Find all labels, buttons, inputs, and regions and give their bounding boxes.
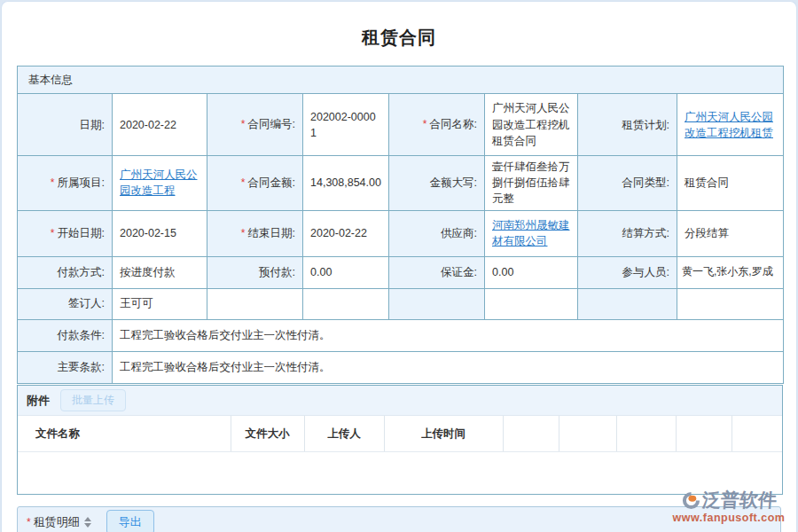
field-value-contract-no: 202002-00001 (303, 94, 389, 156)
attachments-header-row: 文件名称 文件大小 上传人 上传时间 (18, 416, 782, 452)
field-value-advance-payment: 0.00 (303, 256, 389, 288)
field-label-settlement: 结算方式: (578, 210, 677, 256)
column-header-empty (559, 416, 616, 452)
field-label-signer: 签订人: (18, 288, 113, 319)
empty-cell (389, 288, 485, 319)
required-asterisk: * (241, 118, 246, 130)
table-row: 日期: 2020-02-22 *合同编号: 202002-00001 *合同名称… (18, 94, 784, 156)
field-value-date: 2020-02-22 (113, 94, 207, 156)
field-label-lease-plan: 租赁计划: (578, 94, 677, 156)
field-label-payment-terms: 付款条件: (18, 319, 113, 351)
table-row: 付款方式: 按进度付款 预付款: 0.00 保证金: 0.00 参与人员: 黄一… (18, 256, 784, 288)
field-value-deposit: 0.00 (485, 256, 578, 288)
table-row: *所属项目: 广州天河人民公园改造工程 *合同金额: 14,308,854.00… (18, 156, 784, 210)
basic-info-table: 基本信息 日期: 2020-02-22 *合同编号: 202002-00001 … (17, 66, 784, 384)
field-label-supplier: 供应商: (389, 210, 485, 256)
field-value-supplier: 河南郑州晟敏建材有限公司 (485, 210, 578, 256)
export-button[interactable]: 导出 (106, 510, 154, 532)
table-row: 签订人: 王可可 (18, 288, 784, 319)
field-label-deposit: 保证金: (389, 256, 485, 288)
field-label-contract-name: *合同名称: (389, 94, 485, 156)
watermark: 泛普软件 www.fanpusoft.com (666, 488, 792, 524)
field-value-main-clauses: 工程完工验收合格后交付业主一次性付清。 (113, 351, 784, 383)
field-value-settlement: 分段结算 (677, 210, 784, 256)
column-header-uploader: 上传人 (304, 416, 384, 452)
table-row: 主要条款: 工程完工验收合格后交付业主一次性付清。 (18, 351, 784, 383)
field-value-payment-method: 按进度付款 (113, 256, 207, 288)
required-asterisk: * (241, 227, 246, 239)
attachments-section: 附件 批量上传 文件名称 文件大小 上传人 上传时间 (17, 385, 783, 495)
field-label-project: *所属项目: (18, 156, 113, 210)
column-header-empty (503, 416, 559, 452)
field-label-contract-no: *合同编号: (207, 94, 303, 156)
field-value-contract-amount: 14,308,854.00 (303, 156, 389, 210)
column-header-file-size: 文件大小 (231, 416, 304, 452)
watermark-url: www.fanpusoft.com (666, 512, 792, 524)
field-value-contract-type: 租赁合同 (677, 156, 784, 210)
page-title: 租赁合同 (2, 26, 796, 50)
empty-cell (303, 288, 389, 319)
attachments-header: 附件 批量上传 (18, 386, 782, 416)
empty-cell (677, 288, 784, 319)
field-value-signer: 王可可 (113, 288, 207, 319)
attachments-table: 文件名称 文件大小 上传人 上传时间 (18, 416, 782, 452)
field-label-end-date: *结束日期: (207, 210, 303, 256)
field-value-project: 广州天河人民公园改造工程 (113, 156, 207, 210)
column-header-empty (732, 416, 782, 452)
lease-detail-label: 租赁明细 (34, 514, 80, 530)
column-header-empty (616, 416, 676, 452)
column-header-upload-time: 上传时间 (384, 416, 503, 452)
field-value-lease-plan: 广州天河人民公园改造工程挖机租赁 (677, 94, 784, 156)
required-asterisk: * (51, 176, 55, 189)
field-value-contract-name: 广州天河人民公园改造工程挖机租赁合同 (485, 94, 578, 156)
field-value-participants: 黄一飞,张小东,罗成 (677, 256, 784, 288)
empty-cell (485, 288, 578, 319)
field-value-start-date: 2020-02-15 (113, 210, 207, 256)
watermark-brand: 泛普软件 (701, 488, 778, 512)
field-value-payment-terms: 工程完工验收合格后交付业主一次性付清。 (113, 319, 784, 351)
column-header-empty (676, 416, 732, 452)
empty-cell (207, 288, 303, 319)
required-asterisk: * (423, 118, 427, 130)
section-title-basic-info: 基本信息 (18, 66, 784, 94)
fanpu-logo-icon (681, 490, 701, 511)
field-label-participants: 参与人员: (578, 256, 677, 288)
project-link[interactable]: 广州天河人民公园改造工程 (120, 168, 198, 197)
field-label-contract-amount: *合同金额: (207, 156, 303, 210)
table-row: *开始日期: 2020-02-15 *结束日期: 2020-02-22 供应商:… (18, 210, 784, 256)
page-card: 租赁合同 基本信息 日期: 2020-02-22 *合同编号: 202002-0… (1, 1, 797, 532)
field-label-amount-in-words: 金额大写: (389, 156, 485, 210)
sort-icon[interactable] (84, 517, 91, 528)
field-value-amount-in-words: 壹仟肆佰叁拾万捌仟捌佰伍拾肆元整 (485, 156, 578, 210)
required-asterisk: * (241, 176, 246, 189)
field-label-contract-type: 合同类型: (578, 156, 677, 210)
field-label-start-date: *开始日期: (18, 210, 113, 256)
field-value-end-date: 2020-02-22 (303, 210, 389, 256)
required-asterisk: * (51, 227, 55, 239)
empty-cell (578, 288, 677, 319)
supplier-link[interactable]: 河南郑州晟敏建材有限公司 (492, 219, 570, 247)
field-label-date: 日期: (18, 94, 113, 156)
attachments-title: 附件 (27, 393, 50, 409)
table-row: 付款条件: 工程完工验收合格后交付业主一次性付清。 (18, 319, 784, 351)
lease-plan-link[interactable]: 广州天河人民公园改造工程挖机租赁 (685, 111, 773, 139)
field-label-advance-payment: 预付款: (207, 256, 303, 288)
required-asterisk: * (27, 516, 31, 528)
batch-upload-button[interactable]: 批量上传 (60, 389, 126, 411)
field-label-main-clauses: 主要条款: (18, 351, 113, 383)
column-header-file-name: 文件名称 (18, 416, 231, 452)
field-label-payment-method: 付款方式: (18, 256, 113, 288)
